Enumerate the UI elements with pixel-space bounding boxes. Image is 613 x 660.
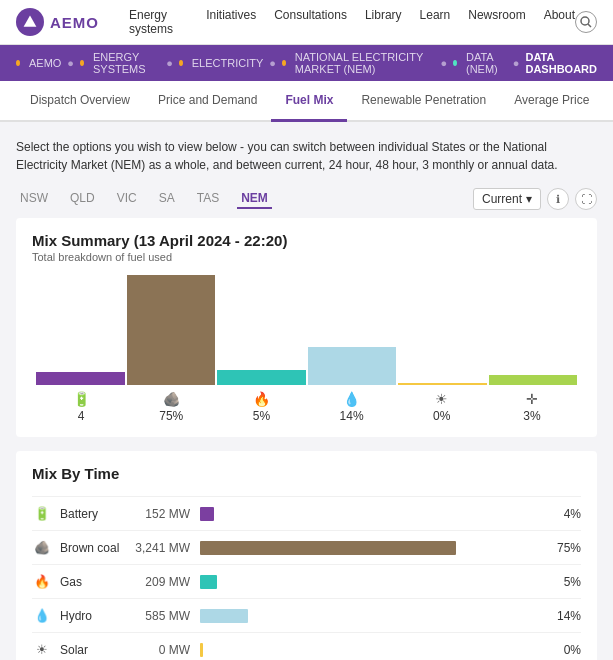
nav-learn[interactable]: Learn [420,8,451,36]
fuel-battery-name: Battery [60,507,130,521]
battery-icon: 🔋 [73,391,90,407]
logo[interactable]: AEMO [16,8,99,36]
mix-by-time-title: Mix By Time [32,465,581,482]
region-qld[interactable]: QLD [66,189,99,209]
pct-solar: ☀ 0% [397,391,487,423]
fuel-solar-name: Solar [60,643,130,657]
fuel-browncoal-mw: 3,241 MW [130,541,190,555]
fuel-gas-name: Gas [60,575,130,589]
breadcrumb: AEMO ● ENERGY SYSTEMS ● ELECTRICITY ● NA… [0,45,613,81]
nav-links: Energy systems Initiatives Consultations… [129,8,575,36]
pct-battery: 🔋 4 [36,391,126,423]
bar-solar-fill [398,383,487,385]
pct-battery-val: 4 [78,409,85,423]
tab-renewable-penetration[interactable]: Renewable Penetration [347,81,500,122]
fuel-hydro-mw: 585 MW [130,609,190,623]
bar-wind [489,275,578,385]
chart-subtitle: Total breakdown of fuel used [32,251,581,263]
fuel-row-solar: ☀ Solar 0 MW 0% [32,632,581,660]
vertical-bar-chart [32,275,581,385]
nav-library[interactable]: Library [365,8,402,36]
top-navigation: AEMO Energy systems Initiatives Consulta… [0,0,613,45]
info-icon: ℹ [556,193,560,206]
logo-icon [16,8,44,36]
pct-browncoal: 🪨 75% [126,391,216,423]
fuel-battery-icon: 🔋 [32,506,52,521]
fuel-hydro-pct: 14% [551,609,581,623]
fuel-browncoal-icon: 🪨 [32,540,52,555]
bc-data-nem[interactable]: DATA (NEM) [466,51,507,75]
bc-dot-energy [80,60,84,66]
bc-dashboard[interactable]: DATA DASHBOARD [525,51,597,75]
bc-nem[interactable]: NATIONAL ELECTRICITY MARKET (NEM) [295,51,435,75]
region-nem[interactable]: NEM [237,189,272,209]
fuel-browncoal-bar-wrap [200,541,541,555]
mix-summary-chart: Mix Summary (13 April 2024 - 22:20) Tota… [16,218,597,437]
region-sa[interactable]: SA [155,189,179,209]
current-label: Current [482,192,522,206]
bar-hydro-fill [308,347,397,386]
pct-gas: 🔥 5% [216,391,306,423]
region-vic[interactable]: VIC [113,189,141,209]
fuel-row-hydro: 💧 Hydro 585 MW 14% [32,598,581,632]
pct-hydro: 💧 14% [307,391,397,423]
search-button[interactable] [575,11,597,33]
fuel-solar-bar-wrap [200,643,541,657]
bar-wind-fill [489,375,578,385]
bc-dot-aemo [16,60,20,66]
hydro-icon: 💧 [343,391,360,407]
region-selector-row: NSW QLD VIC SA TAS NEM Current ▾ ℹ ⛶ [16,188,597,210]
nav-about[interactable]: About [544,8,575,36]
tab-price-demand[interactable]: Price and Demand [144,81,271,122]
fuel-solar-pct: 0% [551,643,581,657]
fuel-gas-bar [200,575,217,589]
tab-dispatch-overview[interactable]: Dispatch Overview [16,81,144,122]
fuel-solar-bar [200,643,203,657]
nav-newsroom[interactable]: Newsroom [468,8,525,36]
svg-point-0 [581,17,589,25]
fuel-row-browncoal: 🪨 Brown coal 3,241 MW 75% [32,530,581,564]
pct-solar-val: 0% [433,409,450,423]
browncoal-icon: 🪨 [163,391,180,407]
fuel-hydro-bar-wrap [200,609,541,623]
chevron-down-icon: ▾ [526,192,532,206]
bc-energy-systems[interactable]: ENERGY SYSTEMS [93,51,160,75]
tabs-bar: Dispatch Overview Price and Demand Fuel … [0,81,613,122]
info-icon-button[interactable]: ℹ [547,188,569,210]
time-selector: Current ▾ ℹ ⛶ [473,188,597,210]
fuel-battery-bar-wrap [200,507,541,521]
current-dropdown[interactable]: Current ▾ [473,188,541,210]
bc-electricity[interactable]: ELECTRICITY [192,57,264,69]
bc-aemo[interactable]: AEMO [29,57,61,69]
bar-browncoal-fill [127,275,216,385]
pct-browncoal-val: 75% [159,409,183,423]
tab-average-price[interactable]: Average Price [500,81,603,122]
nav-consultations[interactable]: Consultations [274,8,347,36]
pct-wind-val: 3% [523,409,540,423]
nav-energy-systems[interactable]: Energy systems [129,8,188,36]
percentage-row: 🔋 4 🪨 75% 🔥 5% 💧 14% ☀ 0% ✛ 3% [32,385,581,423]
logo-text: AEMO [50,14,99,31]
tab-fuel-mix[interactable]: Fuel Mix [271,81,347,122]
fuel-row-gas: 🔥 Gas 209 MW 5% [32,564,581,598]
fuel-gas-icon: 🔥 [32,574,52,589]
fuel-hydro-name: Hydro [60,609,130,623]
fuel-solar-icon: ☀ [32,642,52,657]
pct-hydro-val: 14% [340,409,364,423]
expand-icon-button[interactable]: ⛶ [575,188,597,210]
pct-wind: ✛ 3% [487,391,577,423]
fuel-gas-mw: 209 MW [130,575,190,589]
bar-solar [398,275,487,385]
nav-initiatives[interactable]: Initiatives [206,8,256,36]
tab-7day-outlook[interactable]: 7-Day Outlook [603,81,613,122]
mix-by-time-section: Mix By Time 🔋 Battery 152 MW 4% 🪨 Brown … [16,451,597,660]
fuel-row-battery: 🔋 Battery 152 MW 4% [32,496,581,530]
fuel-gas-bar-wrap [200,575,541,589]
wind-icon: ✛ [526,391,538,407]
fuel-battery-mw: 152 MW [130,507,190,521]
bc-dot-electricity [179,60,183,66]
region-tas[interactable]: TAS [193,189,223,209]
region-buttons: NSW QLD VIC SA TAS NEM [16,189,272,209]
fuel-hydro-bar [200,609,248,623]
region-nsw[interactable]: NSW [16,189,52,209]
